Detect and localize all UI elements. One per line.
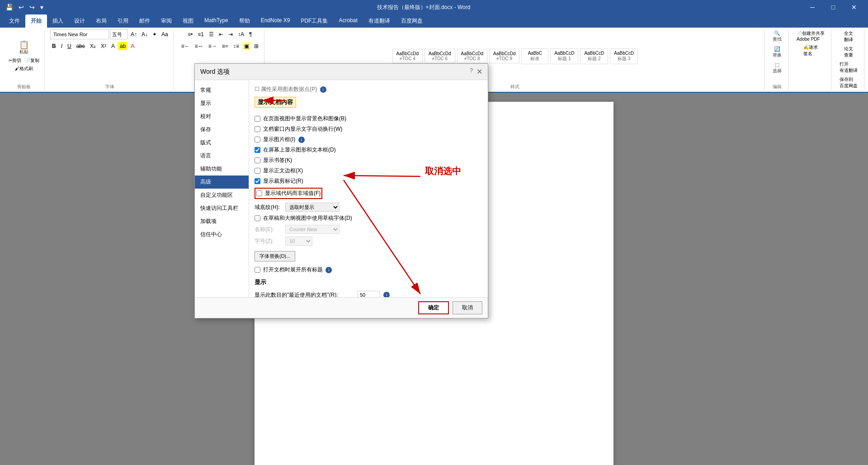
tab-layout[interactable]: 布局 <box>90 14 112 28</box>
tab-baidu[interactable]: 百度网盘 <box>396 14 428 28</box>
bold-btn[interactable]: B <box>50 42 58 50</box>
tab-mathtype[interactable]: MathType <box>199 14 234 28</box>
style-normal[interactable]: AaBbC标准 <box>521 48 548 64</box>
cb-bookmarks-input[interactable] <box>255 157 260 163</box>
style-h1[interactable]: AaBbCcD标题 1 <box>550 48 578 64</box>
font-color-btn[interactable]: A <box>129 42 136 50</box>
sidebar-item-proofing[interactable]: 校对 <box>195 110 249 123</box>
paste-btn[interactable]: 📋 粘贴 <box>7 40 41 56</box>
font-size-input[interactable]: 五号 <box>110 29 128 39</box>
bullet-list-btn[interactable]: ≡• <box>186 30 194 38</box>
maximize-btn[interactable]: □ <box>823 0 844 14</box>
cb-textborder-input[interactable] <box>255 168 260 174</box>
cb-openalltabs-input[interactable] <box>255 267 260 273</box>
style-toc9[interactable]: AaBbCcDd≠TOC 9 <box>489 49 519 63</box>
italic-btn[interactable]: I <box>59 42 64 50</box>
full-translate-btn[interactable]: 全文翻译 <box>841 29 856 44</box>
create-pdf-btn[interactable]: 📄创建并共享Adobe PDF <box>794 29 827 43</box>
align-left-btn[interactable]: ≡← <box>179 42 192 50</box>
tab-pdf[interactable]: PDF工具集 <box>295 14 333 28</box>
cb-picframe-input[interactable] <box>255 137 260 142</box>
open-translate-btn[interactable]: 打开有道翻译 <box>837 60 860 75</box>
show-marks-btn[interactable]: ¶ <box>247 30 254 38</box>
sidebar-item-display[interactable]: 显示 <box>195 97 249 110</box>
sidebar-item-accessibility[interactable]: 辅助功能 <box>195 162 249 176</box>
font-size-select[interactable]: 10 <box>285 237 312 246</box>
style-toc8[interactable]: AaBbCcDd≠TOC 8 <box>457 49 487 63</box>
align-center-btn[interactable]: ≡↔ <box>193 42 205 50</box>
tab-acrobat[interactable]: Acrobat <box>333 14 363 28</box>
style-h3[interactable]: AaBbCcD标题 3 <box>610 48 638 64</box>
tab-design[interactable]: 设计 <box>69 14 90 28</box>
tab-insert[interactable]: 插入 <box>47 14 69 28</box>
cb-fieldcodes-input[interactable] <box>256 190 262 196</box>
select-btn[interactable]: ⬚ 选择 <box>770 61 784 75</box>
outline-btn[interactable]: ☰ <box>207 30 216 38</box>
line-spacing-btn[interactable]: ↕≡ <box>231 42 241 50</box>
save-cloud-btn[interactable]: 保存到百度网盘 <box>837 76 860 90</box>
sidebar-item-save[interactable]: 保存 <box>195 123 249 136</box>
highlight-btn[interactable]: ab <box>118 42 127 50</box>
font-name-input[interactable]: Times New Ror <box>50 29 109 39</box>
cb-crop-input[interactable] <box>255 178 260 184</box>
cb-draftfont-input[interactable] <box>255 215 260 221</box>
indent-less-btn[interactable]: ⇤ <box>217 30 225 38</box>
subscript-btn[interactable]: X₂ <box>88 42 98 50</box>
cb-shapes-input[interactable] <box>255 147 260 153</box>
tab-youdao[interactable]: 有道翻译 <box>363 14 396 28</box>
sidebar-item-trust[interactable]: 信任中心 <box>195 228 249 241</box>
cancel-btn[interactable]: 取消 <box>453 301 482 314</box>
request-sign-btn[interactable]: ✍请求签名 <box>801 43 821 58</box>
text-style-btn[interactable]: Aa <box>160 30 170 38</box>
sidebar-item-addins[interactable]: 加载项 <box>195 215 249 228</box>
ok-btn[interactable]: 确定 <box>418 301 449 314</box>
style-toc4[interactable]: AaBbCcDd≠TOC 4 <box>392 49 423 63</box>
superscript-btn[interactable]: X² <box>99 42 108 50</box>
cb-background-input[interactable] <box>255 116 260 122</box>
font-name-select[interactable]: Courier New <box>285 225 340 234</box>
tab-view[interactable]: 视图 <box>177 14 199 28</box>
cut-btn[interactable]: ✂剪切 <box>7 57 23 64</box>
shrink-font-btn[interactable]: A↓ <box>140 30 150 38</box>
indent-more-btn[interactable]: ⇥ <box>226 30 235 38</box>
tab-file[interactable]: 文件 <box>4 14 25 28</box>
sort-btn[interactable]: ↕A <box>236 30 246 38</box>
sidebar-item-language[interactable]: 语言 <box>195 149 249 162</box>
tab-help[interactable]: 帮助 <box>234 14 255 28</box>
text-effect-btn[interactable]: A <box>109 42 117 50</box>
align-justify-btn[interactable]: ≡= <box>220 42 230 50</box>
redo-btn[interactable]: ↪ <box>28 3 37 12</box>
sidebar-item-general[interactable]: 常规 <box>195 84 249 97</box>
grow-font-btn[interactable]: A↑ <box>129 30 139 38</box>
font-subst-btn[interactable]: 字体替换(D)... <box>255 251 295 261</box>
clear-format-btn[interactable]: ✦ <box>151 30 159 38</box>
sidebar-item-layout[interactable]: 版式 <box>195 136 249 149</box>
word-options-dialog[interactable]: Word 选项 ? ✕ 常规 显示 校对 保存 版式 语言 辅助功能 高级 自定… <box>194 63 488 318</box>
more-btn[interactable]: ▾ <box>38 3 45 12</box>
strikethrough-btn[interactable]: abc <box>75 42 87 50</box>
paper-rewrite-btn[interactable]: 论文查重 <box>841 45 856 59</box>
dialog-close-btn[interactable]: ✕ <box>476 67 482 76</box>
format-painter-btn[interactable]: 🖌格式刷 <box>7 65 41 72</box>
dialog-help-icon[interactable]: ? <box>470 67 473 76</box>
style-toc6[interactable]: AaBbCcDd≠TOC 6 <box>425 49 455 63</box>
border-btn[interactable]: ⊞ <box>252 42 260 50</box>
tab-references[interactable]: 引用 <box>112 14 134 28</box>
field-shading-select[interactable]: 选取时显示 <box>285 203 340 212</box>
close-btn[interactable]: ✕ <box>844 0 864 14</box>
replace-btn[interactable]: 🔄 替换 <box>770 45 784 59</box>
cb-autowrap-input[interactable] <box>255 126 260 132</box>
tab-home[interactable]: 开始 <box>25 14 47 28</box>
save-btn[interactable]: 💾 <box>4 3 15 12</box>
tab-review[interactable]: 审阅 <box>156 14 177 28</box>
underline-btn[interactable]: U <box>66 42 73 50</box>
sidebar-item-customize[interactable]: 自定义功能区 <box>195 189 249 202</box>
number-list-btn[interactable]: ≡1 <box>196 30 206 38</box>
style-h2[interactable]: AaBbCcD标题 2 <box>580 48 608 64</box>
copy-btn[interactable]: 📄复制 <box>24 57 41 64</box>
sidebar-item-qat[interactable]: 快速访问工具栏 <box>195 202 249 215</box>
tab-mailings[interactable]: 邮件 <box>134 14 156 28</box>
undo-btn[interactable]: ↩ <box>17 3 26 12</box>
recent-docs-input[interactable] <box>358 291 380 297</box>
shading-btn[interactable]: ▣ <box>242 42 251 50</box>
